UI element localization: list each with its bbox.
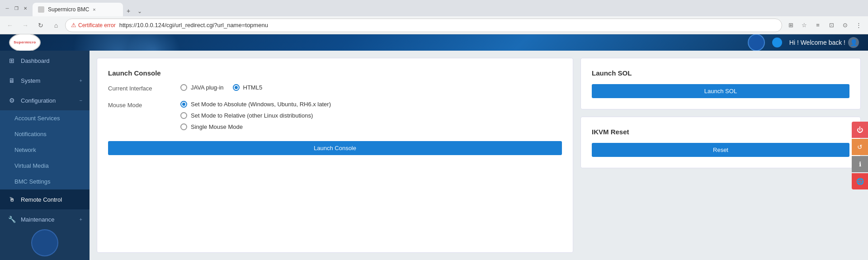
maximize-button[interactable]: ❐: [13, 5, 20, 12]
sidebar-item-configuration[interactable]: ⚙ Configuration −: [0, 90, 90, 110]
mouse-relative-radio[interactable]: [180, 112, 187, 119]
menu-button[interactable]: ⋮: [853, 19, 864, 31]
browser-tabs: Supermicro BMC × + ⌄: [33, 0, 146, 16]
remote-control-label: Remote Control: [21, 196, 82, 203]
ikvm-reset-button[interactable]: Reset: [592, 143, 849, 157]
launch-sol-btn-row: Launch SOL: [592, 84, 849, 98]
maintenance-expand: +: [80, 217, 82, 222]
sidebar-item-network[interactable]: Network: [0, 142, 90, 158]
floating-buttons: ⏻ ↺ ℹ 🌐: [852, 122, 868, 189]
read-button[interactable]: ≡: [812, 19, 824, 31]
app-header: Supermicro Hi ! Welcome back ! 👤: [0, 34, 868, 51]
reload-button[interactable]: ↻: [34, 19, 47, 32]
globe-button[interactable]: 🌐: [852, 173, 868, 189]
mouse-mode-row: Mouse Mode Set Mode to Absolute (Windows…: [108, 101, 562, 130]
mouse-absolute-radio[interactable]: [180, 101, 187, 108]
ikvm-reset-btn-row: Reset: [592, 143, 849, 157]
back-button[interactable]: ←: [4, 19, 16, 32]
sidebar-item-bmc-settings[interactable]: BMC Settings: [0, 174, 90, 189]
dashboard-icon: ⊞: [7, 56, 16, 65]
sidebar: ⊞ Dashboard 🖥 System + ⚙ Configuration −…: [0, 51, 90, 260]
mouse-single-label: Single Mouse Mode: [191, 123, 243, 130]
interface-options: JAVA plug-in HTML5: [180, 84, 262, 91]
mouse-single-radio[interactable]: [180, 123, 187, 130]
sidebar-item-system[interactable]: 🖥 System +: [0, 71, 90, 90]
remote-control-icon: 🖱: [7, 195, 16, 204]
mouse-absolute-label: Set Mode to Absolute (Windows, Ubuntu, R…: [191, 101, 331, 108]
current-interface-label: Current Interface: [108, 84, 180, 92]
java-plugin-radio[interactable]: [180, 84, 187, 91]
app-container: Supermicro Hi ! Welcome back ! 👤 ⊞ Dashb…: [0, 34, 868, 260]
notifications-label: Notifications: [14, 131, 47, 137]
browser-chrome: ─ ❐ ✕ Supermicro BMC × + ⌄ ← → ↻ ⌂ ⚠ Cer…: [0, 0, 868, 34]
new-tab-button[interactable]: +: [123, 5, 134, 16]
sidebar-deco-circle: [31, 229, 58, 256]
launch-console-button[interactable]: Launch Console: [108, 141, 562, 155]
mouse-absolute-option[interactable]: Set Mode to Absolute (Windows, Ubuntu, R…: [180, 101, 331, 108]
html5-radio[interactable]: [233, 84, 240, 91]
header-right: Hi ! Welcome back ! 👤: [748, 34, 859, 51]
power-button[interactable]: ⏻: [852, 122, 868, 138]
current-interface-row: Current Interface JAVA plug-in HTML5: [108, 84, 562, 92]
sidebar-bottom: [0, 229, 90, 260]
configuration-submenu: Account Services Notifications Network V…: [0, 110, 90, 189]
mouse-relative-option[interactable]: Set Mode to Relative (other Linux distri…: [180, 112, 331, 119]
sidebar-item-account-services[interactable]: Account Services: [0, 110, 90, 126]
html5-label: HTML5: [243, 84, 263, 91]
account-services-label: Account Services: [14, 115, 60, 122]
mouse-single-option[interactable]: Single Mouse Mode: [180, 123, 331, 130]
logo-oval: Supermicro: [9, 34, 41, 51]
system-expand: +: [80, 78, 82, 83]
sidebar-item-dashboard[interactable]: ⊞ Dashboard: [0, 51, 90, 71]
browser-titlebar: ─ ❐ ✕ Supermicro BMC × + ⌄: [0, 0, 868, 16]
minimize-button[interactable]: ─: [4, 5, 11, 12]
system-label: System: [21, 77, 75, 84]
tab-favicon: [38, 6, 44, 13]
launch-console-title: Launch Console: [108, 69, 562, 77]
extensions-button[interactable]: ⊡: [826, 19, 837, 31]
tab-menu-button[interactable]: ⌄: [134, 6, 146, 16]
html5-option[interactable]: HTML5: [233, 84, 263, 91]
address-bar[interactable]: ⚠ Certificate error https://10.0.0.124/c…: [65, 19, 782, 32]
java-plugin-option[interactable]: JAVA plug-in: [180, 84, 224, 91]
active-tab[interactable]: Supermicro BMC ×: [33, 3, 123, 16]
forward-button[interactable]: →: [19, 19, 32, 32]
header-circle-button[interactable]: [748, 34, 765, 51]
cert-error-indicator: ⚠ Certificate error: [71, 22, 116, 28]
header-decorations: [0, 34, 868, 51]
sidebar-item-notifications[interactable]: Notifications: [0, 126, 90, 142]
bookmark-button[interactable]: ☆: [798, 19, 810, 31]
virtual-media-label: Virtual Media: [14, 162, 49, 169]
bmc-settings-label: BMC Settings: [14, 178, 50, 185]
warning-icon: ⚠: [71, 22, 76, 28]
launch-sol-section: Launch SOL Launch SOL: [581, 58, 860, 109]
logo-brand: Supermicro: [14, 41, 36, 45]
app-body: ⊞ Dashboard 🖥 System + ⚙ Configuration −…: [0, 51, 868, 260]
launch-sol-button[interactable]: Launch SOL: [592, 84, 849, 98]
ikvm-reset-section: IKVM Reset Reset: [581, 117, 860, 168]
split-screen-button[interactable]: ⊞: [785, 19, 797, 31]
sidebar-item-maintenance[interactable]: 🔧 Maintenance +: [0, 209, 90, 229]
home-button[interactable]: ⌂: [50, 19, 62, 32]
configuration-label: Configuration: [21, 97, 75, 104]
launch-console-btn-row: Launch Console: [108, 141, 562, 155]
dashboard-label: Dashboard: [21, 57, 82, 64]
info-button[interactable]: ℹ: [852, 156, 868, 172]
nav-action-buttons: ⊞ ☆ ≡ ⊡ ⊙ ⋮: [785, 19, 864, 31]
sidebar-item-virtual-media[interactable]: Virtual Media: [0, 158, 90, 174]
cert-error-label: Certificate error: [78, 22, 116, 28]
logo-text: Supermicro: [14, 41, 36, 45]
tab-close-button[interactable]: ×: [93, 7, 95, 12]
close-button[interactable]: ✕: [22, 5, 29, 12]
user-icon[interactable]: 👤: [848, 37, 859, 48]
sidebar-item-remote-control[interactable]: 🖱 Remote Control: [0, 189, 90, 209]
ikvm-reset-card: IKVM Reset Reset: [580, 117, 861, 168]
profile-button[interactable]: ⊙: [839, 19, 851, 31]
header-circle-small[interactable]: [772, 38, 782, 47]
refresh-button[interactable]: ↺: [852, 139, 868, 155]
deco-circle-2: [127, 34, 181, 51]
launch-sol-card: Launch SOL Launch SOL: [580, 58, 861, 109]
launch-console-card: Launch Console Current Interface JAVA pl…: [97, 58, 573, 253]
mouse-mode-label: Mouse Mode: [108, 101, 180, 109]
maintenance-icon: 🔧: [7, 215, 16, 224]
